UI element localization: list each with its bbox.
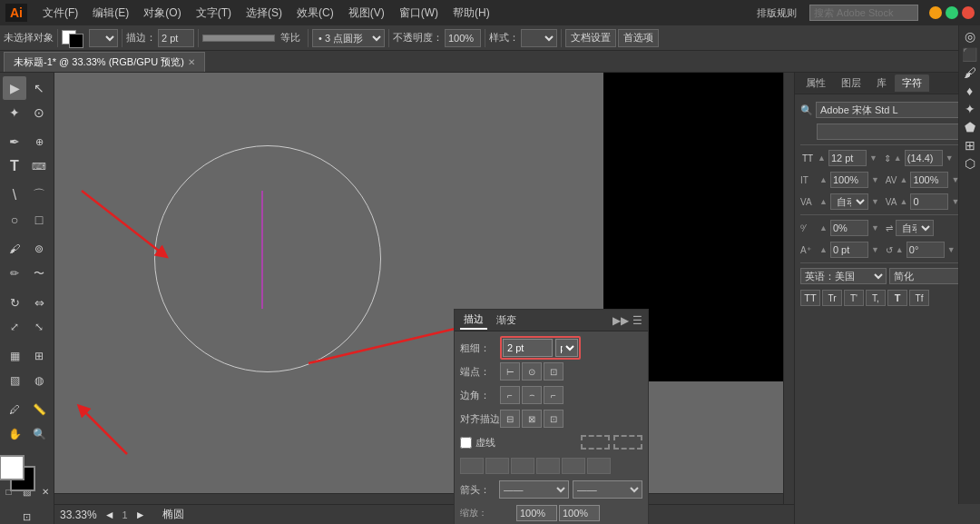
spacing-input[interactable]: [910, 193, 948, 210]
center-align-btn[interactable]: ⊟: [500, 410, 520, 428]
projecting-cap-btn[interactable]: ⊡: [544, 362, 564, 381]
tab-layers[interactable]: 图层: [834, 74, 868, 92]
arrow-end-select[interactable]: ——: [573, 480, 642, 499]
tt-button-6[interactable]: Tf: [909, 290, 929, 306]
rect-tool[interactable]: □: [27, 208, 51, 232]
tab-close-button[interactable]: ✕: [188, 57, 195, 67]
select-tool[interactable]: ▶: [3, 76, 26, 100]
foreground-color-swatch[interactable]: [0, 455, 24, 480]
menu-file[interactable]: 文件(F): [36, 4, 84, 23]
reflect-tool[interactable]: ⇔: [27, 291, 51, 314]
dashed-checkbox[interactable]: [460, 437, 472, 449]
weight-unit-select[interactable]: pt: [555, 339, 578, 357]
measure-tool[interactable]: 📏: [27, 398, 51, 421]
points-selector[interactable]: • 3 点圆形: [312, 29, 385, 47]
artboard-tool[interactable]: ⊡: [15, 505, 39, 524]
leading-input[interactable]: [905, 150, 943, 166]
auto-select[interactable]: 自动: [896, 220, 934, 236]
tracking-input[interactable]: [830, 172, 868, 188]
pencil-tool[interactable]: ✏: [3, 262, 26, 285]
document-tab[interactable]: 未标题-1* @ 33.33% (RGB/GPU 预览) ✕: [4, 52, 205, 72]
scale-end-input[interactable]: [559, 505, 600, 521]
opacity-input[interactable]: [445, 29, 481, 47]
menu-view[interactable]: 视图(V): [342, 4, 391, 23]
rotate-input[interactable]: [906, 242, 945, 258]
smooth-tool[interactable]: 〜: [27, 262, 51, 285]
ellipse-tool[interactable]: ○: [3, 208, 26, 232]
butt-cap-btn[interactable]: ⊢: [500, 362, 520, 381]
va-select[interactable]: 自动: [830, 193, 868, 210]
gap-input-3[interactable]: [587, 458, 611, 474]
window-close-button[interactable]: [962, 6, 975, 19]
symbols-icon[interactable]: ✦: [965, 102, 975, 116]
vertical-scrollbar[interactable]: [783, 73, 794, 504]
menu-window[interactable]: 窗口(W): [393, 4, 445, 23]
lasso-tool[interactable]: ⊙: [27, 101, 51, 124]
font-size-input[interactable]: [828, 150, 867, 166]
tt-button-4[interactable]: T,: [866, 290, 886, 306]
tab-properties[interactable]: 属性: [799, 74, 833, 92]
window-minimize-button[interactable]: [929, 6, 942, 19]
font-family-select[interactable]: Adobe 宋体 Std L: [816, 102, 975, 118]
stroke-panel-tab[interactable]: 描边: [460, 311, 487, 330]
language-select[interactable]: 英语：美国: [800, 268, 887, 284]
mesh-tool[interactable]: ⊞: [27, 344, 51, 368]
nav-next-icon[interactable]: ►: [135, 509, 146, 521]
gap-input-1[interactable]: [485, 458, 509, 474]
tt-button-2[interactable]: Tr: [822, 290, 842, 306]
dash-input-1[interactable]: [460, 458, 484, 474]
tab-library[interactable]: 库: [869, 74, 894, 92]
shift-input[interactable]: [830, 220, 868, 236]
arc-tool[interactable]: ⌒: [27, 183, 51, 207]
line-tool[interactable]: \: [3, 183, 26, 207]
type-tool[interactable]: T: [3, 154, 26, 178]
direct-select-tool[interactable]: ↖: [27, 76, 51, 100]
shear-tool[interactable]: ⤡: [27, 315, 51, 339]
panel-expand-icon[interactable]: ▶▶: [612, 314, 629, 327]
menu-edit[interactable]: 编辑(E): [86, 4, 135, 23]
scale-tool[interactable]: ⤢: [3, 315, 26, 339]
horizontal-scrollbar[interactable]: [54, 493, 783, 504]
pen-tool[interactable]: ✒: [3, 130, 26, 153]
baseline-input[interactable]: [830, 242, 868, 258]
stroke-none-selector[interactable]: [89, 29, 118, 47]
tt-button-1[interactable]: TT: [800, 290, 820, 306]
blob-brush-tool[interactable]: ⊚: [27, 237, 51, 261]
round-join-btn[interactable]: ⌢: [522, 386, 542, 404]
search-input[interactable]: [809, 5, 918, 21]
menu-effect[interactable]: 效果(C): [290, 4, 340, 23]
column-graph-tool[interactable]: ▦: [3, 344, 26, 368]
scale-start-input[interactable]: [516, 505, 557, 521]
arrow-start-select[interactable]: ——: [499, 480, 569, 499]
tab-character[interactable]: 字符: [895, 74, 929, 92]
tt-button-5[interactable]: T: [887, 290, 907, 306]
font-style-select[interactable]: [817, 124, 975, 140]
style-selector[interactable]: [521, 29, 557, 47]
paintbrush-tool[interactable]: 🖌: [3, 237, 26, 261]
kerning-input[interactable]: [910, 172, 948, 188]
doc-settings-button[interactable]: 文档设置: [565, 29, 616, 47]
zoom-tool[interactable]: 🔍: [27, 422, 51, 446]
miter-join-btn[interactable]: ⌐: [500, 386, 520, 404]
gradient-tool[interactable]: ▧: [3, 369, 26, 392]
dash-input-2[interactable]: [511, 458, 534, 474]
menu-type[interactable]: 文字(T): [190, 4, 238, 23]
gap-input-2[interactable]: [536, 458, 560, 474]
magic-wand-tool[interactable]: ✦: [3, 101, 26, 124]
align-icon[interactable]: ⊞: [965, 138, 975, 153]
transform-icon[interactable]: ⬡: [965, 156, 975, 171]
eyedropper-tool[interactable]: 🖊: [3, 398, 26, 421]
menu-select[interactable]: 选择(S): [240, 4, 289, 23]
window-maximize-button[interactable]: [946, 6, 958, 19]
panel-menu-icon[interactable]: ☰: [632, 314, 642, 327]
rotate-tool[interactable]: ↻: [3, 291, 26, 314]
menu-object[interactable]: 对象(O): [137, 4, 187, 23]
add-anchor-tool[interactable]: ⊕: [27, 130, 51, 153]
stroke-weight-field[interactable]: [503, 339, 553, 357]
bevel-join-btn[interactable]: ⌐: [544, 386, 564, 404]
round-cap-btn[interactable]: ⊙: [522, 362, 542, 381]
tt-button-3[interactable]: T': [844, 290, 864, 306]
menu-help[interactable]: 帮助(H): [446, 4, 496, 23]
touch-type-tool[interactable]: ⌨: [27, 154, 51, 178]
graphic-styles-icon[interactable]: ⬟: [965, 120, 975, 134]
